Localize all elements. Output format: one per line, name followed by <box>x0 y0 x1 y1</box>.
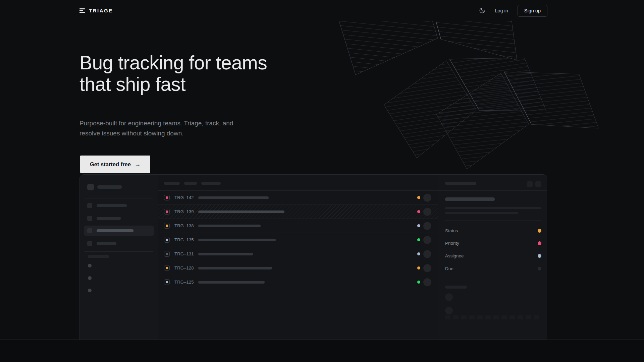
issue-title-skeleton <box>198 210 284 213</box>
mockup-issue-list: TRG–142 TRG–139 TRG–138 <box>158 175 438 340</box>
status-dot <box>417 196 420 199</box>
hero-subtitle: Purpose-built for engineering teams. Tri… <box>79 118 233 138</box>
assignee-avatar <box>423 236 431 244</box>
issue-title-skeleton <box>198 281 265 284</box>
status-dot <box>417 224 420 227</box>
hero-subtitle-line1: Purpose-built for engineering teams. Tri… <box>79 120 233 127</box>
triage-logo-icon <box>79 8 85 13</box>
status-dot <box>417 210 420 213</box>
issue-title-skeleton <box>198 267 272 269</box>
issue-row: TRG–138 <box>158 219 438 233</box>
landing-page: TRIAGE Log in Sign up <box>0 0 644 362</box>
workspace-icon-skeleton <box>87 184 94 190</box>
issue-type-icon <box>164 265 170 271</box>
issue-code: TRG–142 <box>174 195 195 200</box>
sidebar-item-skeleton <box>84 200 154 211</box>
brand: TRIAGE <box>79 0 113 21</box>
field-label: Status <box>445 228 458 233</box>
issue-title-skeleton <box>198 196 269 199</box>
mockup-sidebar <box>80 175 158 340</box>
filter-tab-skeleton <box>164 182 180 185</box>
field-label: Due <box>445 266 453 271</box>
get-started-label: Get started free <box>90 161 131 168</box>
nav-actions: Log in Sign up <box>479 0 547 21</box>
issue-type-icon <box>164 279 170 285</box>
assignee-avatar <box>423 222 431 230</box>
status-dot <box>417 281 420 284</box>
comments-label-skeleton <box>445 286 467 289</box>
issue-type-icon <box>164 223 170 229</box>
status-dot <box>417 252 420 255</box>
hero-title-line1: Bug tracking for teams <box>79 52 267 73</box>
sidebar-divider <box>85 198 153 198</box>
comment-avatar-skeleton <box>445 293 453 301</box>
brand-name: TRIAGE <box>89 8 113 13</box>
issue-title-skeleton <box>198 225 261 227</box>
sidebar-dot-skeleton <box>88 264 92 267</box>
field-value-dot <box>538 241 541 245</box>
issue-type-icon <box>164 209 170 215</box>
issue-row-selected: TRG–139 <box>158 205 438 219</box>
toolbar-skeleton <box>445 315 541 319</box>
workspace-name-skeleton <box>97 185 122 189</box>
status-dot <box>417 266 420 269</box>
issue-type-icon <box>164 237 170 243</box>
status-dot <box>417 238 420 241</box>
issue-row: TRG–128 <box>158 261 438 275</box>
assignee-avatar <box>423 278 431 286</box>
issue-code: TRG–138 <box>174 223 195 228</box>
issue-code: TRG–131 <box>174 251 195 256</box>
hero-title: Bug tracking for teamsthat ship fast <box>79 52 267 95</box>
issue-row: TRG–125 <box>158 275 438 289</box>
issue-title-skeleton <box>198 239 276 241</box>
footer <box>0 340 644 362</box>
section-label-skeleton <box>88 255 109 258</box>
field-row: Due <box>445 266 541 271</box>
filter-tab-skeleton <box>201 182 221 185</box>
assignee-avatar <box>423 194 431 202</box>
assignee-avatar <box>423 264 431 272</box>
sidebar-divider <box>85 251 153 252</box>
comment-avatar-skeleton <box>445 307 453 314</box>
sidebar-item-active-skeleton <box>84 226 154 236</box>
issue-row: TRG–135 <box>158 233 438 247</box>
field-value-dot <box>538 267 541 270</box>
sidebar-dot-skeleton <box>88 289 92 292</box>
detail-panel-header <box>438 175 547 191</box>
sidebar-item-skeleton <box>84 213 154 224</box>
issue-row: TRG–131 <box>158 247 438 261</box>
field-row: Status <box>445 228 541 233</box>
description-line-skeleton <box>445 212 518 214</box>
app-mockup: TRG–142 TRG–139 TRG–138 <box>79 174 547 340</box>
signup-button[interactable]: Sign up <box>518 5 547 17</box>
panel-divider <box>445 221 541 221</box>
issue-code: TRG–128 <box>174 265 195 270</box>
panel-title-skeleton <box>445 182 476 185</box>
hero-subtitle-line2: resolve issues without slowing down. <box>79 130 184 137</box>
issue-code: TRG–139 <box>174 209 195 214</box>
sidebar-item-skeleton <box>84 238 154 249</box>
moon-icon <box>479 7 485 14</box>
issue-code: TRG–135 <box>174 237 195 242</box>
issue-list-header <box>158 175 438 191</box>
assignee-avatar <box>423 250 431 258</box>
hero-title-line2: that ship fast <box>79 73 185 95</box>
sidebar-dot-skeleton <box>88 276 92 280</box>
login-link[interactable]: Log in <box>495 8 508 13</box>
arrow-right-icon: → <box>135 161 141 168</box>
get-started-button[interactable]: Get started free → <box>80 156 150 173</box>
issue-title-skeleton <box>445 197 495 201</box>
field-label: Assignee <box>445 253 464 258</box>
assignee-avatar <box>423 208 431 216</box>
panel-action-skeleton <box>527 181 533 187</box>
issue-title-skeleton <box>198 253 253 255</box>
theme-toggle-button[interactable] <box>479 7 485 14</box>
field-value-dot <box>538 254 541 258</box>
mockup-detail-panel: Status Priority Assignee Due <box>438 175 547 340</box>
top-nav: TRIAGE Log in Sign up <box>0 0 644 21</box>
filter-tab-skeleton <box>184 182 197 185</box>
issue-row: TRG–142 <box>158 191 438 205</box>
field-label: Priority <box>445 241 459 246</box>
issue-type-icon <box>164 251 170 257</box>
panel-divider <box>445 278 541 278</box>
